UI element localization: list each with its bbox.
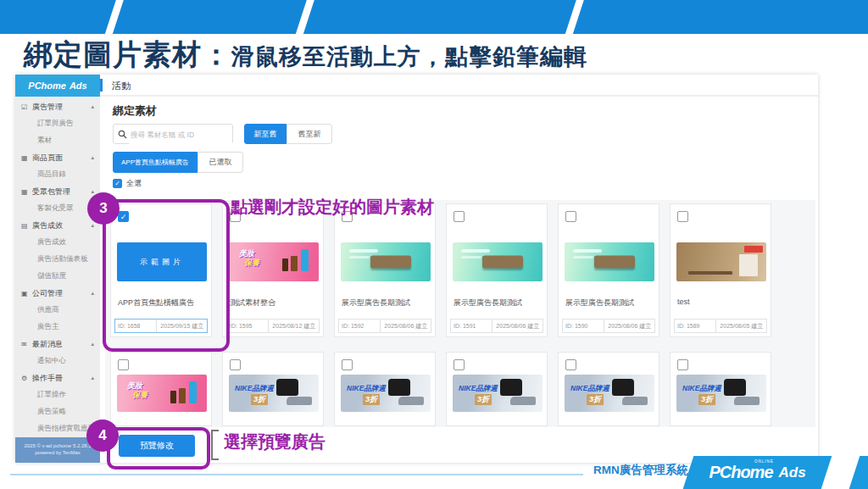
card-checkbox[interactable]	[677, 211, 688, 222]
card-checkbox[interactable]	[453, 211, 465, 222]
step4-note: 選擇預覽廣告	[224, 431, 326, 453]
sort-old-to-new-button[interactable]: 舊至新	[287, 124, 332, 144]
sidebar-item-company-management[interactable]: ▣公司管理▴	[15, 285, 100, 302]
banner-art	[287, 397, 312, 405]
step3-highlight-ring	[103, 199, 230, 352]
sidebar-item-order-operation[interactable]: 訂單操作	[15, 386, 100, 403]
band-stripe	[293, 0, 316, 34]
asset-card-1592[interactable]: 展示型廣告長期測試 ID: 15922025/08/06 建立	[334, 203, 436, 337]
chevron-icon: ▴	[91, 188, 94, 195]
gear-icon: ⚙	[21, 375, 32, 382]
iphone-banner-image	[341, 242, 431, 281]
asset-card[interactable]: NIKE品牌週3折	[446, 352, 548, 426]
sidebar: PChome Ads ☑廣告管理▴ 訂單與廣告 素材 ▦商品頁面▴ 商品目錄 ▦…	[15, 75, 100, 463]
select-all-checkbox[interactable]: ✓	[113, 179, 122, 188]
banner-art	[349, 249, 378, 253]
card-footer: ID: 15952025/08/12 建立	[226, 319, 320, 333]
banner-art	[461, 249, 490, 253]
sort-new-to-old-button[interactable]: 新至舊	[244, 124, 287, 144]
banner-art	[739, 254, 758, 276]
tab-activity[interactable]: 活動	[112, 80, 131, 92]
banner-text: 3折	[251, 394, 268, 405]
sidebar-item-assets[interactable]: 素材	[15, 132, 100, 149]
iphone-banner-image	[453, 242, 542, 281]
banner-text: NIKE品牌週	[459, 384, 498, 394]
asset-card-1591[interactable]: 展示型廣告長期測試 ID: 15912025/08/06 建立	[446, 203, 548, 337]
sidebar-item-ad-performance[interactable]: ▤廣告成效▴	[15, 217, 100, 234]
asset-card-1590[interactable]: 展示型廣告長期測試 ID: 15902025/08/06 建立	[558, 203, 659, 337]
chart-icon: ▤	[21, 222, 32, 230]
sidebar-item-news[interactable]: ✉最新消息▴	[15, 336, 100, 353]
banner-art	[744, 246, 763, 253]
chevron-icon: ▴	[91, 290, 94, 297]
sidebar-item-product-catalog[interactable]: 商品目錄	[15, 166, 100, 183]
banner-text: 3折	[698, 394, 715, 405]
nike-banner-image: NIKE品牌週3折	[565, 375, 654, 412]
card-checkbox[interactable]	[342, 359, 353, 370]
sidebar-item-product-page[interactable]: ▦商品頁面▴	[15, 149, 100, 166]
sidebar-item-campaign-dashboard[interactable]: 廣告活動儀表板	[15, 251, 100, 268]
logo-ads-text: Ads	[779, 464, 806, 481]
pchome-ads-footer-logo: PChome ONLINE Ads	[683, 456, 832, 489]
asset-card-1595[interactable]: 美妝 保養 測試素材整合 ID: 15952025/08/12 建立	[222, 203, 324, 337]
card-checkbox[interactable]	[453, 359, 465, 370]
banner-art	[510, 397, 536, 405]
asset-card[interactable]: 美妝 保養	[110, 352, 212, 426]
card-title: 測試素材整合	[230, 297, 275, 308]
sidebar-item-performance[interactable]: 廣告成效	[15, 234, 100, 251]
card-title: 展示型廣告長期測試	[342, 297, 410, 308]
banner-art	[612, 379, 634, 396]
banner-text: NIKE品牌週	[235, 384, 274, 394]
logo-online-text: ONLINE	[754, 459, 774, 464]
card-checkbox[interactable]	[565, 359, 576, 370]
banner-text: 3折	[475, 394, 492, 405]
title-sub: 滑鼠移至活動上方，點擊鉛筆編輯	[231, 44, 587, 69]
filter-selected-button[interactable]: 已選取	[198, 152, 243, 173]
sidebar-item-notification-center[interactable]: 通知中心	[15, 353, 100, 370]
card-checkbox[interactable]	[565, 211, 576, 222]
filter-type-button[interactable]: APP首頁焦點橫幅廣告	[113, 152, 198, 173]
banner-art	[688, 271, 732, 275]
card-checkbox[interactable]	[230, 359, 241, 370]
banner-art	[500, 379, 522, 396]
select-all[interactable]: ✓ 全選	[113, 178, 142, 189]
banner-art	[482, 256, 523, 269]
sidebar-item-advertiser[interactable]: 廣告主	[15, 319, 100, 336]
iphone-banner-image	[565, 242, 654, 281]
sidebar-item-stored-value[interactable]: 儲值額度	[15, 268, 100, 285]
logo-ads-text: Ads	[70, 81, 87, 91]
banner-art	[301, 249, 309, 271]
banner-text: NIKE品牌週	[570, 384, 609, 394]
sidebar-item-supplier[interactable]: 供應商	[15, 302, 100, 319]
sidebar-nav: ☑廣告管理▴ 訂單與廣告 素材 ▦商品頁面▴ 商品目錄 ▦受眾包管理▴ 客製化受…	[15, 98, 100, 437]
bracket-icon	[211, 430, 219, 460]
select-all-label: 全選	[126, 178, 142, 189]
banner-text: 3折	[587, 394, 604, 405]
chevron-icon: ▴	[91, 154, 94, 161]
card-checkbox[interactable]	[677, 359, 688, 370]
asset-card[interactable]: NIKE品牌週3折	[558, 352, 659, 426]
footer-divider	[10, 474, 583, 475]
page-title: 綁定圖片素材：滑鼠移至活動上方，點擊鉛筆編輯	[24, 36, 587, 75]
asset-card[interactable]: NIKE品牌週3折	[670, 352, 771, 426]
asset-card[interactable]: NIKE品牌週3折	[334, 352, 436, 426]
card-title: 展示型廣告長期測試	[565, 297, 634, 308]
sidebar-item-ad-strategy[interactable]: 廣告策略	[15, 403, 100, 420]
search-input[interactable]	[129, 125, 232, 144]
asset-card-1589[interactable]: test ID: 15892025/08/05 建立	[670, 203, 771, 337]
asset-card[interactable]: NIKE品牌週3折	[222, 352, 324, 426]
sidebar-item-manual[interactable]: ⚙操作手冊▴	[15, 370, 100, 386]
sidebar-item-orders-ads[interactable]: 訂單與廣告	[15, 115, 100, 132]
card-checkbox[interactable]	[118, 359, 129, 370]
logo-pchome-text: PChome	[709, 463, 772, 482]
banner-art	[179, 388, 186, 403]
sidebar-item-audience-management[interactable]: ▦受眾包管理▴	[15, 183, 100, 200]
footer-accent-shape	[849, 456, 868, 489]
card-title: test	[677, 297, 690, 306]
pchome-ads-logo: PChome Ads	[15, 75, 100, 97]
banner-art	[189, 381, 197, 403]
sidebar-item-ad-management[interactable]: ☑廣告管理▴	[15, 98, 100, 115]
banner-art	[398, 397, 424, 405]
banner-art	[573, 249, 602, 253]
banner-art	[276, 379, 298, 396]
